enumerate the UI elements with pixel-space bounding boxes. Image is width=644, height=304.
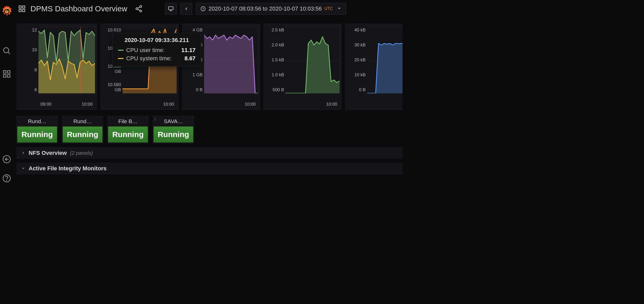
- status-title: Rund…: [17, 116, 58, 126]
- x-axis: 10:00: [102, 100, 177, 107]
- y-tick: 40 kB: [347, 28, 366, 33]
- tooltip-value: 11.17: [171, 47, 196, 54]
- section-name: NFS Overview: [29, 150, 67, 156]
- y-axis: 121086: [18, 27, 38, 94]
- y-tick: 1 GB: [184, 72, 203, 78]
- nav-sidebar: [0, 0, 13, 198]
- main-area: DPMS Dashboard Overview 2020-10-07 08:03…: [13, 0, 403, 198]
- svg-rect-5: [3, 75, 6, 77]
- chart-panel[interactable]: 121086 09:0010:00: [17, 24, 97, 110]
- svg-point-14: [140, 6, 142, 8]
- status-panel[interactable]: Rund… Running: [62, 116, 103, 143]
- y-axis: 2.5 kB2.0 kB1.5 kB1.0 kB500 B: [265, 27, 286, 94]
- chart-panel[interactable]: 2.5 kB2.0 kB1.5 kB1.0 kB500 B 10:00: [264, 24, 342, 110]
- y-tick: 10 kB: [347, 72, 366, 78]
- chart-plot[interactable]: [38, 27, 95, 94]
- svg-point-15: [136, 8, 138, 10]
- svg-point-16: [140, 10, 142, 12]
- x-tick: 10:00: [163, 102, 174, 107]
- x-tick: 10:00: [245, 102, 256, 107]
- svg-rect-3: [3, 71, 6, 73]
- search-icon[interactable]: [2, 46, 11, 55]
- chevron-icon: [21, 150, 26, 156]
- y-tick: 4 GB: [184, 28, 203, 33]
- y-tick: 8: [18, 67, 37, 73]
- svg-rect-13: [23, 10, 25, 12]
- y-tick: 20 kB: [347, 57, 366, 63]
- y-tick: 10: [18, 47, 37, 53]
- status-title: Rund…: [62, 116, 103, 126]
- share-icon[interactable]: [135, 5, 143, 13]
- clock-icon: [200, 6, 206, 12]
- section-header[interactable]: Active File Integrity Monitors: [17, 163, 403, 174]
- time-back-button[interactable]: [180, 3, 192, 15]
- chart-panel[interactable]: 40 kB30 kB20 kB10 kB0 B 10:00: [345, 24, 403, 110]
- svg-rect-11: [23, 6, 25, 8]
- svg-rect-10: [19, 6, 21, 8]
- x-axis: 09:0010:00: [18, 100, 95, 107]
- cycle-view-button[interactable]: [165, 3, 177, 15]
- y-tick: 30 kB: [347, 43, 366, 48]
- chart-plot[interactable]: [367, 27, 403, 94]
- svg-line-17: [138, 7, 140, 8]
- status-panel[interactable]: File B… Running: [107, 116, 149, 143]
- status-panel[interactable]: Rund… Running: [17, 116, 58, 143]
- y-tick: 1.0 kB: [265, 72, 284, 78]
- status-title: SAVA…: [153, 116, 194, 126]
- tooltip-row: CPU system time: 8.67: [118, 54, 196, 63]
- x-axis: 10:00: [347, 100, 403, 107]
- svg-rect-6: [7, 75, 10, 77]
- y-tick: 2.0 kB: [265, 43, 284, 48]
- chart-plot[interactable]: [204, 27, 258, 94]
- x-axis: 10:00: [265, 100, 340, 107]
- dashboards-icon[interactable]: [2, 70, 11, 78]
- svg-rect-4: [7, 71, 10, 73]
- x-tick: 09:00: [41, 102, 52, 107]
- grafana-logo-icon[interactable]: [0, 5, 13, 18]
- tooltip-label: CPU system time:: [126, 55, 172, 62]
- timezone-label: UTC: [324, 6, 333, 11]
- x-tick: 10:00: [326, 102, 337, 107]
- y-tick: 0 B: [184, 87, 203, 92]
- status-title: File B…: [108, 116, 148, 126]
- chevron-icon: [21, 166, 26, 171]
- x-tick: 10:00: [82, 102, 93, 107]
- svg-rect-19: [168, 7, 173, 10]
- signin-icon[interactable]: [2, 155, 11, 164]
- dashboard-content: 121086 09:0010:00 10.610 GB10.600 GB10.5…: [13, 18, 403, 198]
- charts-row: 121086 09:0010:00 10.610 GB10.600 GB10.5…: [17, 24, 403, 110]
- section-header[interactable]: NFS Overview (2 panels): [17, 147, 403, 159]
- y-axis: 40 kB30 kB20 kB10 kB0 B: [347, 27, 367, 94]
- help-icon[interactable]: [2, 174, 11, 183]
- y-tick: 2.5 kB: [265, 28, 284, 33]
- y-tick: 0 B: [347, 87, 366, 92]
- tooltip-row: CPU user time: 11.17: [118, 46, 196, 54]
- y-tick: 500 B: [265, 87, 284, 92]
- svg-point-9: [6, 180, 7, 180]
- status-value: Running: [154, 126, 193, 142]
- chart-tooltip: 2020-10-07 09:33:36.211 CPU user time: 1…: [112, 33, 201, 66]
- status-value: Running: [108, 126, 148, 142]
- time-range-picker[interactable]: 2020-10-07 08:03:56 to 2020-10-07 10:03:…: [196, 3, 346, 15]
- series-color-swatch: [118, 58, 124, 59]
- chart-plot[interactable]: [286, 27, 340, 94]
- tooltip-label: CPU user time:: [126, 47, 165, 54]
- svg-rect-12: [19, 10, 21, 12]
- y-tick: 10.580 GB: [102, 82, 121, 92]
- svg-line-2: [8, 52, 10, 54]
- y-tick: 6: [18, 87, 37, 92]
- x-axis: 10:00: [184, 100, 258, 107]
- page-title: DPMS Dashboard Overview: [30, 4, 127, 13]
- tooltip-time: 2020-10-07 09:33:36.211: [118, 37, 196, 44]
- y-tick: 1.5 kB: [265, 57, 284, 63]
- topbar: DPMS Dashboard Overview 2020-10-07 08:03…: [13, 0, 403, 18]
- section-name: Active File Integrity Monitors: [29, 165, 107, 172]
- info-icon[interactable]: i: [155, 117, 156, 121]
- status-row: Rund… Running Rund… Running File B… Runn…: [17, 116, 403, 143]
- svg-line-18: [138, 9, 140, 11]
- dashboard-grid-icon[interactable]: [18, 5, 26, 13]
- status-panel[interactable]: i SAVA… Running: [153, 116, 194, 143]
- y-tick: 12: [18, 28, 37, 33]
- status-value: Running: [17, 126, 57, 142]
- time-cursor: [81, 27, 81, 93]
